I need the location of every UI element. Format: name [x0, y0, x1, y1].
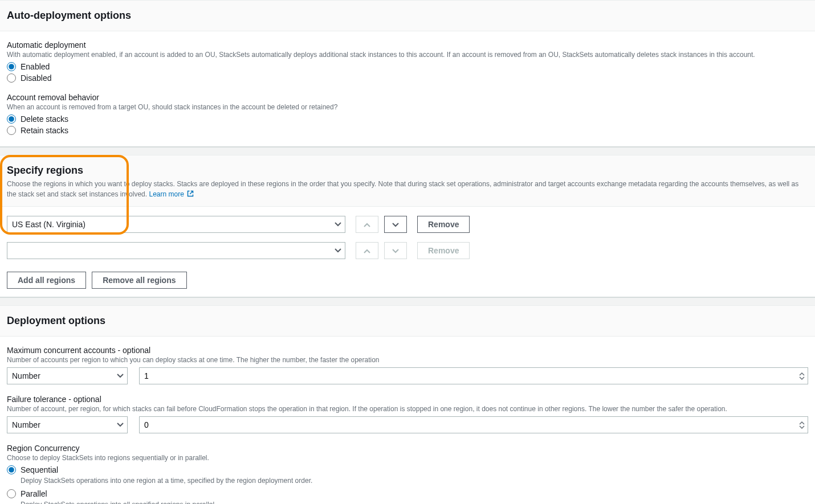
number-stepper-icon[interactable]	[799, 419, 806, 431]
deployment-options-body: Maximum concurrent accounts - optional N…	[0, 337, 815, 504]
region-row-2: Remove	[7, 237, 808, 264]
account-removal-label: Account removal behavior	[7, 93, 808, 102]
auto-deployment-header: Auto-deployment options	[0, 0, 815, 31]
add-all-regions-label: Add all regions	[18, 276, 75, 285]
move-up-button-2[interactable]	[356, 242, 378, 259]
failure-tolerance-help: Number of account, per region, for which…	[7, 405, 808, 413]
automatic-deployment-disabled-radio[interactable]	[7, 73, 16, 83]
delete-stacks-label: Delete stacks	[21, 114, 68, 124]
learn-more-text: Learn more	[149, 190, 184, 198]
automatic-deployment-help: With automatic deployment enabled, if an…	[7, 51, 808, 59]
max-concurrent-type-value: Number	[12, 371, 40, 380]
move-up-button-1[interactable]	[356, 216, 378, 233]
sequential-label: Sequential	[21, 465, 58, 474]
account-removal-group: Account removal behavior When an account…	[7, 93, 808, 135]
delete-stacks-radio[interactable]	[7, 114, 16, 124]
automatic-deployment-enabled-radio[interactable]	[7, 62, 16, 71]
move-down-button-2[interactable]	[384, 242, 407, 259]
number-stepper-icon[interactable]	[799, 370, 806, 382]
external-link-icon	[187, 190, 194, 196]
failure-tolerance-type-value: Number	[12, 420, 40, 429]
auto-deployment-title: Auto-deployment options	[7, 10, 808, 22]
move-down-button-1[interactable]	[384, 216, 407, 233]
region-row-1: US East (N. Virginia) Remove	[7, 211, 808, 237]
account-removal-help: When an account is removed from a target…	[7, 103, 808, 111]
specify-regions-body: US East (N. Virginia) Remove	[0, 207, 815, 297]
parallel-radio[interactable]	[7, 489, 16, 498]
learn-more-link[interactable]: Learn more	[149, 190, 194, 198]
caret-down-icon	[335, 222, 341, 227]
parallel-help: Deploy StackSets operations into all spe…	[21, 501, 808, 504]
remove-all-regions-button[interactable]: Remove all regions	[92, 272, 186, 289]
chevron-down-icon	[392, 246, 399, 255]
add-all-regions-button[interactable]: Add all regions	[7, 272, 86, 289]
deployment-options-header: Deployment options	[0, 305, 815, 337]
chevron-up-icon	[364, 220, 370, 229]
region-select-1[interactable]: US East (N. Virginia)	[7, 216, 345, 233]
auto-deployment-body: Automatic deployment With automatic depl…	[0, 31, 815, 147]
specify-regions-header: Specify regions Choose the regions in wh…	[0, 155, 815, 207]
automatic-deployment-group: Automatic deployment With automatic depl…	[7, 40, 808, 83]
caret-down-icon	[117, 423, 124, 427]
automatic-deployment-label: Automatic deployment	[7, 40, 808, 50]
region-concurrency-label: Region Concurrency	[7, 444, 808, 453]
failure-tolerance-type-select[interactable]: Number	[7, 416, 128, 433]
specify-regions-help-text: Choose the regions in which you want to …	[7, 180, 798, 198]
sequential-radio[interactable]	[7, 465, 16, 474]
region-concurrency-group: Region Concurrency Choose to deploy Stac…	[7, 444, 808, 504]
max-concurrent-group: Maximum concurrent accounts - optional N…	[7, 346, 808, 384]
remove-region-button-1[interactable]: Remove	[417, 216, 470, 233]
caret-down-icon	[117, 374, 124, 378]
failure-tolerance-group: Failure tolerance - optional Number of a…	[7, 395, 808, 433]
remove-region-button-2[interactable]: Remove	[417, 242, 470, 259]
specify-regions-title: Specify regions	[7, 165, 808, 177]
max-concurrent-input[interactable]	[139, 367, 808, 384]
sequential-help: Deploy StackSets operations into one reg…	[21, 477, 808, 485]
failure-tolerance-label: Failure tolerance - optional	[7, 395, 808, 404]
chevron-down-icon	[392, 220, 399, 229]
remove-region-label-1: Remove	[428, 220, 459, 229]
failure-tolerance-input[interactable]	[139, 416, 808, 433]
region-select-1-value: US East (N. Virginia)	[12, 220, 85, 229]
retain-stacks-radio[interactable]	[7, 126, 16, 135]
retain-stacks-label: Retain stacks	[21, 126, 68, 135]
remove-region-label-2: Remove	[428, 246, 459, 255]
region-concurrency-help: Choose to deploy StackSets into regions …	[7, 454, 808, 462]
parallel-label: Parallel	[21, 489, 47, 498]
automatic-deployment-enabled-label: Enabled	[21, 62, 50, 71]
remove-all-regions-label: Remove all regions	[103, 276, 176, 285]
deployment-options-title: Deployment options	[7, 315, 808, 327]
automatic-deployment-disabled-label: Disabled	[21, 73, 51, 83]
chevron-up-icon	[364, 246, 370, 255]
caret-down-icon	[335, 248, 341, 253]
max-concurrent-label: Maximum concurrent accounts - optional	[7, 346, 808, 355]
specify-regions-help: Choose the regions in which you want to …	[7, 179, 808, 199]
max-concurrent-type-select[interactable]: Number	[7, 367, 128, 384]
region-select-2[interactable]	[7, 242, 345, 259]
max-concurrent-help: Number of accounts per region to which y…	[7, 356, 808, 364]
